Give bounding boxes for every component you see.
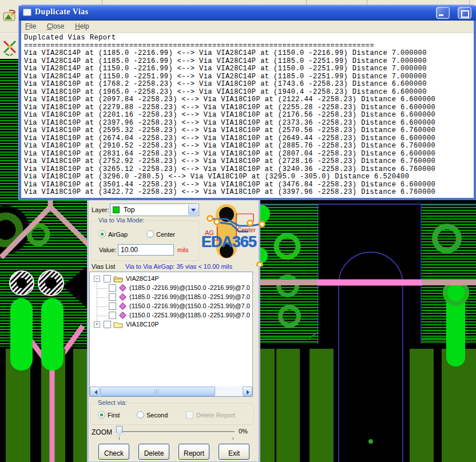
second-radio-label[interactable]: Second xyxy=(146,412,168,419)
tree-item-label[interactable]: (1150.0 -2251.99)@(1185.0 -2251.99)@7.0 xyxy=(129,312,250,318)
zoom-slider-track[interactable] xyxy=(117,431,235,432)
tree-horizontal-scrollbar[interactable] xyxy=(90,387,252,396)
report-line: Via VIA18C10P at (1768.2 -2258.23) <--> … xyxy=(24,81,474,89)
open-folder-icon xyxy=(113,274,124,283)
via-mode-group: Via to Via Mode: AirGap Center Value: 10… xyxy=(91,221,199,261)
tree-item-label[interactable]: (1185.0 -2216.99)@(1150.0 -2216.99)@7.0 xyxy=(129,284,250,291)
tree-connector xyxy=(97,288,107,289)
tree-item[interactable]: (1150.0 -2251.99)@(1185.0 -2251.99)@7.0 xyxy=(90,311,252,320)
first-radio[interactable] xyxy=(98,411,105,419)
report-line: Via VIA18C10P at (3265.12 -2258.23) <-->… xyxy=(24,166,474,174)
report-button[interactable]: Report xyxy=(178,444,209,460)
second-radio[interactable] xyxy=(137,411,144,419)
report-line: Via VIA18C10P at (1965.0 -2258.23) <--> … xyxy=(24,89,474,97)
report-line: Via VIA28C14P at (1150.0 -2216.99) <--> … xyxy=(24,65,474,73)
tree-checkbox[interactable] xyxy=(104,275,111,282)
value-unit-label: mils xyxy=(177,246,189,253)
expand-icon[interactable]: + xyxy=(94,321,100,328)
window-menubar: File Close Help xyxy=(21,21,474,33)
tree-root-label[interactable]: VIA18C10P xyxy=(126,321,158,328)
scroll-left-icon[interactable] xyxy=(90,387,100,396)
center-annotation: Center xyxy=(237,226,256,233)
tree-root-label[interactable]: VIA28C14P xyxy=(126,275,158,282)
report-line: Via VIA28C14P at (1185.0 -2216.99) <--> … xyxy=(24,58,474,66)
first-radio-label[interactable]: First xyxy=(108,412,120,419)
tree-item-label[interactable]: (1185.0 -2216.99)@(1185.0 -2251.99)@7.0 xyxy=(129,293,250,300)
closed-folder-icon xyxy=(113,320,124,329)
tree-checkbox[interactable] xyxy=(109,312,116,319)
report-line: Via VIA18C10P at (3296.0 -280.5) <--> Vi… xyxy=(24,173,474,181)
tree-item-label[interactable]: (1150.0 -2216.99)@(1150.0 -2251.99)@7.0 xyxy=(129,302,250,309)
layer-select[interactable]: Top xyxy=(110,204,199,216)
eda365-logo: EDA365 xyxy=(201,233,256,251)
via-diamond-icon xyxy=(119,312,126,319)
app-left-toolbar xyxy=(0,6,19,59)
zoom-slider-thumb[interactable] xyxy=(116,426,122,437)
screen: Duplicate Vias File Close Help Duplcated… xyxy=(0,0,476,462)
scrollbar-thumb[interactable] xyxy=(100,387,215,396)
delete-report-label: Delete Report xyxy=(196,412,235,419)
collapse-icon[interactable]: − xyxy=(94,276,100,282)
report-text-area[interactable]: Duplcated Vias Report ==================… xyxy=(21,33,474,196)
center-radio-label[interactable]: Center xyxy=(156,231,175,238)
vias-tree[interactable]: − VIA28C14P (1185.0 -2216.99)@(1150.0 -2… xyxy=(89,272,253,397)
delete-button[interactable]: Delete xyxy=(138,444,169,460)
maximize-button[interactable] xyxy=(458,7,471,19)
menu-file[interactable]: File xyxy=(21,21,40,30)
select-via-group: Select via: First Second Delete Report xyxy=(90,403,253,425)
report-separator: ========================================… xyxy=(24,42,474,50)
value-input[interactable]: 10.00 xyxy=(118,244,174,256)
tree-checkbox[interactable] xyxy=(109,302,116,310)
tools-cross-icon[interactable] xyxy=(1,38,18,57)
tree-root-via18c10p[interactable]: + VIA18C10P xyxy=(90,320,252,329)
tree-item[interactable]: (1185.0 -2216.99)@(1150.0 -2216.99)@7.0 xyxy=(90,284,252,293)
report-line: Via VIA18C10P at (3501.44 -2258.23) <-->… xyxy=(24,181,474,189)
report-line: Via VIA18C10P at (2279.88 -2258.23) <-->… xyxy=(24,104,474,112)
report-line: Via VIA28C14P at (1185.0 -2216.99) <--> … xyxy=(24,50,474,58)
layer-label: Layer: xyxy=(92,206,109,213)
minimize-button[interactable] xyxy=(436,7,450,19)
window-title: Duplicate Vias xyxy=(35,7,89,17)
slider-tick xyxy=(233,437,233,440)
report-line: Via VIA18C10P at (2397.96 -2258.23) <-->… xyxy=(24,120,474,128)
scroll-right-icon[interactable] xyxy=(243,387,252,396)
tree-connector xyxy=(97,316,107,316)
report-line: Via VIA18C10P at (2674.04 -2258.23) <-->… xyxy=(24,135,474,143)
airgap-radio-label[interactable]: AirGap xyxy=(108,231,128,238)
toolbar-divider xyxy=(1,33,18,34)
tree-connector xyxy=(97,306,107,307)
zoom-value: 0% xyxy=(239,428,248,435)
tree-root-via28c14p[interactable]: − VIA28C14P xyxy=(90,274,252,284)
check-button[interactable]: Check xyxy=(98,444,129,460)
vias-list-label: Vias List xyxy=(92,263,115,270)
via-mode-group-title: Via to Via Mode: xyxy=(96,217,146,224)
report-line: Via VIA18C10P at (2752.92 -2258.23) <-->… xyxy=(24,158,474,166)
window-icon xyxy=(23,9,31,16)
report-line: Via VIA18C10P at (2910.52 -2258.23) <-->… xyxy=(24,142,474,150)
slider-tick xyxy=(119,437,120,440)
drawing-tool-icon[interactable] xyxy=(2,9,17,23)
chevron-down-icon[interactable] xyxy=(188,205,198,215)
report-line: Via VIA18C10P at (2595.32 -2258.23) <-->… xyxy=(24,127,474,135)
report-line: Via VIA18C10P at (2097.84 -2258.23) <-->… xyxy=(24,96,474,104)
tree-item[interactable]: (1150.0 -2216.99)@(1150.0 -2251.99)@7.0 xyxy=(90,302,252,311)
exit-button[interactable]: Exit xyxy=(219,444,249,460)
report-title: Duplcated Vias Report xyxy=(24,34,474,42)
airgap-center-illustration: AG Center EDA365 xyxy=(201,201,271,266)
delete-report-checkbox[interactable] xyxy=(186,411,193,419)
airgap-radio[interactable] xyxy=(98,230,106,238)
menu-close[interactable]: Close xyxy=(43,21,69,30)
window-titlebar[interactable]: Duplicate Vias xyxy=(19,5,476,21)
tree-checkbox[interactable] xyxy=(109,284,116,292)
tree-checkbox[interactable] xyxy=(104,321,111,328)
tree-connector xyxy=(97,297,107,298)
menu-help[interactable]: Help xyxy=(71,21,93,30)
tree-checkbox[interactable] xyxy=(109,293,116,301)
center-radio[interactable] xyxy=(146,230,154,238)
report-line: Via VIA28C14P at (1150.0 -2251.99) <--> … xyxy=(24,73,474,81)
tree-item[interactable]: (1185.0 -2216.99)@(1185.0 -2251.99)@7.0 xyxy=(90,293,252,302)
report-line: Via VIA18C10P at (3422.72 -2258.23) <-->… xyxy=(24,189,474,196)
via-diamond-icon xyxy=(119,302,126,310)
report-line: Via VIA18C10P at (2201.16 -2258.23) <-->… xyxy=(24,111,474,120)
select-via-group-title: Select via: xyxy=(96,399,129,406)
